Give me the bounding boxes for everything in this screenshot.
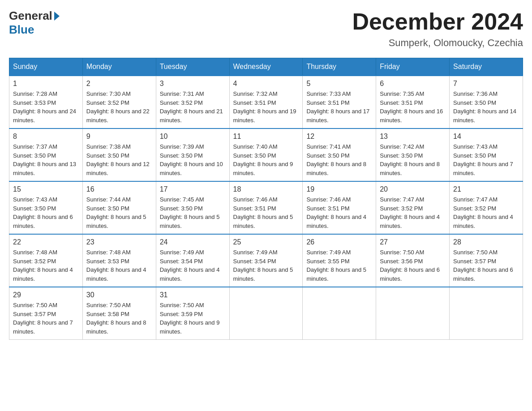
day-number: 24 bbox=[160, 238, 226, 246]
day-info: Sunrise: 7:46 AMSunset: 3:51 PMDaylight:… bbox=[233, 195, 299, 230]
calendar-cell: 6Sunrise: 7:35 AMSunset: 3:51 PMDaylight… bbox=[376, 76, 450, 128]
calendar-cell: 29Sunrise: 7:50 AMSunset: 3:57 PMDayligh… bbox=[9, 287, 83, 340]
day-number: 9 bbox=[86, 133, 152, 141]
day-header-saturday: Saturday bbox=[450, 58, 523, 76]
day-number: 19 bbox=[306, 185, 372, 193]
day-number: 26 bbox=[306, 238, 372, 246]
day-number: 11 bbox=[233, 133, 299, 141]
day-number: 14 bbox=[453, 133, 519, 141]
day-info: Sunrise: 7:45 AMSunset: 3:50 PMDaylight:… bbox=[160, 195, 226, 230]
day-info: Sunrise: 7:42 AMSunset: 3:50 PMDaylight:… bbox=[380, 142, 446, 177]
week-row-5: 29Sunrise: 7:50 AMSunset: 3:57 PMDayligh… bbox=[9, 287, 523, 340]
calendar-cell: 1Sunrise: 7:28 AMSunset: 3:53 PMDaylight… bbox=[9, 76, 83, 128]
calendar-cell: 27Sunrise: 7:50 AMSunset: 3:56 PMDayligh… bbox=[376, 234, 450, 287]
day-number: 5 bbox=[306, 80, 372, 88]
logo-arrow-icon bbox=[54, 12, 60, 21]
day-number: 28 bbox=[453, 238, 519, 246]
day-header-monday: Monday bbox=[82, 58, 156, 76]
day-info: Sunrise: 7:38 AMSunset: 3:50 PMDaylight:… bbox=[86, 142, 152, 177]
calendar-cell: 11Sunrise: 7:40 AMSunset: 3:50 PMDayligh… bbox=[229, 128, 303, 181]
logo-blue-part bbox=[52, 12, 60, 21]
day-number: 1 bbox=[13, 80, 79, 88]
calendar-cell: 31Sunrise: 7:50 AMSunset: 3:59 PMDayligh… bbox=[156, 287, 229, 340]
calendar-cell: 14Sunrise: 7:43 AMSunset: 3:50 PMDayligh… bbox=[450, 128, 523, 181]
day-info: Sunrise: 7:43 AMSunset: 3:50 PMDaylight:… bbox=[13, 195, 79, 230]
day-info: Sunrise: 7:41 AMSunset: 3:50 PMDaylight:… bbox=[306, 142, 372, 177]
day-info: Sunrise: 7:47 AMSunset: 3:52 PMDaylight:… bbox=[380, 195, 446, 230]
day-number: 12 bbox=[306, 133, 372, 141]
calendar-cell: 7Sunrise: 7:36 AMSunset: 3:50 PMDaylight… bbox=[450, 76, 523, 128]
calendar-cell: 2Sunrise: 7:30 AMSunset: 3:52 PMDaylight… bbox=[82, 76, 156, 128]
calendar-cell: 18Sunrise: 7:46 AMSunset: 3:51 PMDayligh… bbox=[229, 181, 303, 234]
day-header-sunday: Sunday bbox=[9, 58, 83, 76]
day-header-thursday: Thursday bbox=[303, 58, 376, 76]
day-info: Sunrise: 7:50 AMSunset: 3:59 PMDaylight:… bbox=[160, 301, 226, 336]
day-number: 21 bbox=[453, 185, 519, 193]
day-info: Sunrise: 7:28 AMSunset: 3:53 PMDaylight:… bbox=[13, 90, 79, 124]
calendar-subtitle: Sumperk, Olomoucky, Czechia bbox=[352, 37, 523, 49]
calendar-cell: 19Sunrise: 7:46 AMSunset: 3:51 PMDayligh… bbox=[303, 181, 376, 234]
day-info: Sunrise: 7:48 AMSunset: 3:52 PMDaylight:… bbox=[13, 248, 79, 283]
day-header-tuesday: Tuesday bbox=[156, 58, 229, 76]
calendar-cell: 24Sunrise: 7:49 AMSunset: 3:54 PMDayligh… bbox=[156, 234, 229, 287]
day-number: 30 bbox=[86, 291, 152, 299]
calendar-cell: 25Sunrise: 7:49 AMSunset: 3:54 PMDayligh… bbox=[229, 234, 303, 287]
day-info: Sunrise: 7:49 AMSunset: 3:54 PMDaylight:… bbox=[233, 248, 299, 283]
day-info: Sunrise: 7:39 AMSunset: 3:50 PMDaylight:… bbox=[160, 142, 226, 177]
calendar-cell bbox=[303, 287, 376, 340]
calendar-cell: 21Sunrise: 7:47 AMSunset: 3:52 PMDayligh… bbox=[450, 181, 523, 234]
calendar-title: December 2024 bbox=[352, 9, 523, 34]
page-header: General Blue December 2024 Sumperk, Olom… bbox=[9, 9, 523, 49]
day-info: Sunrise: 7:49 AMSunset: 3:55 PMDaylight:… bbox=[306, 248, 372, 283]
logo: General Blue bbox=[9, 9, 60, 37]
calendar-cell: 26Sunrise: 7:49 AMSunset: 3:55 PMDayligh… bbox=[303, 234, 376, 287]
day-info: Sunrise: 7:44 AMSunset: 3:50 PMDaylight:… bbox=[86, 195, 152, 230]
calendar-cell bbox=[450, 287, 523, 340]
day-info: Sunrise: 7:50 AMSunset: 3:57 PMDaylight:… bbox=[453, 248, 519, 283]
day-info: Sunrise: 7:37 AMSunset: 3:50 PMDaylight:… bbox=[13, 142, 79, 177]
calendar-cell: 4Sunrise: 7:32 AMSunset: 3:51 PMDaylight… bbox=[229, 76, 303, 128]
day-number: 23 bbox=[86, 238, 152, 246]
day-number: 22 bbox=[13, 238, 79, 246]
calendar-cell: 12Sunrise: 7:41 AMSunset: 3:50 PMDayligh… bbox=[303, 128, 376, 181]
day-number: 2 bbox=[86, 80, 152, 88]
day-number: 20 bbox=[380, 185, 446, 193]
day-header-wednesday: Wednesday bbox=[229, 58, 303, 76]
calendar-cell: 22Sunrise: 7:48 AMSunset: 3:52 PMDayligh… bbox=[9, 234, 83, 287]
calendar-cell: 20Sunrise: 7:47 AMSunset: 3:52 PMDayligh… bbox=[376, 181, 450, 234]
day-info: Sunrise: 7:47 AMSunset: 3:52 PMDaylight:… bbox=[453, 195, 519, 230]
day-number: 10 bbox=[160, 133, 226, 141]
day-info: Sunrise: 7:40 AMSunset: 3:50 PMDaylight:… bbox=[233, 142, 299, 177]
day-info: Sunrise: 7:49 AMSunset: 3:54 PMDaylight:… bbox=[160, 248, 226, 283]
calendar-cell bbox=[229, 287, 303, 340]
day-info: Sunrise: 7:32 AMSunset: 3:51 PMDaylight:… bbox=[233, 90, 299, 124]
day-info: Sunrise: 7:36 AMSunset: 3:50 PMDaylight:… bbox=[453, 90, 519, 124]
day-info: Sunrise: 7:30 AMSunset: 3:52 PMDaylight:… bbox=[86, 90, 152, 124]
calendar-cell bbox=[376, 287, 450, 340]
calendar-cell: 5Sunrise: 7:33 AMSunset: 3:51 PMDaylight… bbox=[303, 76, 376, 128]
day-number: 31 bbox=[160, 291, 226, 299]
day-info: Sunrise: 7:50 AMSunset: 3:57 PMDaylight:… bbox=[13, 301, 79, 336]
day-number: 25 bbox=[233, 238, 299, 246]
day-number: 4 bbox=[233, 80, 299, 88]
calendar-cell: 13Sunrise: 7:42 AMSunset: 3:50 PMDayligh… bbox=[376, 128, 450, 181]
day-number: 29 bbox=[13, 291, 79, 299]
day-number: 18 bbox=[233, 185, 299, 193]
calendar-cell: 16Sunrise: 7:44 AMSunset: 3:50 PMDayligh… bbox=[82, 181, 156, 234]
calendar-cell: 10Sunrise: 7:39 AMSunset: 3:50 PMDayligh… bbox=[156, 128, 229, 181]
day-header-row: SundayMondayTuesdayWednesdayThursdayFrid… bbox=[9, 58, 523, 76]
day-number: 15 bbox=[13, 185, 79, 193]
day-number: 8 bbox=[13, 133, 79, 141]
logo-blue-text: Blue bbox=[9, 23, 34, 37]
day-number: 7 bbox=[453, 80, 519, 88]
calendar-cell: 9Sunrise: 7:38 AMSunset: 3:50 PMDaylight… bbox=[82, 128, 156, 181]
day-info: Sunrise: 7:48 AMSunset: 3:53 PMDaylight:… bbox=[86, 248, 152, 283]
day-info: Sunrise: 7:50 AMSunset: 3:58 PMDaylight:… bbox=[86, 301, 152, 336]
day-number: 27 bbox=[380, 238, 446, 246]
day-number: 16 bbox=[86, 185, 152, 193]
calendar-cell: 8Sunrise: 7:37 AMSunset: 3:50 PMDaylight… bbox=[9, 128, 83, 181]
day-info: Sunrise: 7:35 AMSunset: 3:51 PMDaylight:… bbox=[380, 90, 446, 124]
calendar-cell: 23Sunrise: 7:48 AMSunset: 3:53 PMDayligh… bbox=[82, 234, 156, 287]
day-info: Sunrise: 7:46 AMSunset: 3:51 PMDaylight:… bbox=[306, 195, 372, 230]
week-row-2: 8Sunrise: 7:37 AMSunset: 3:50 PMDaylight… bbox=[9, 128, 523, 181]
